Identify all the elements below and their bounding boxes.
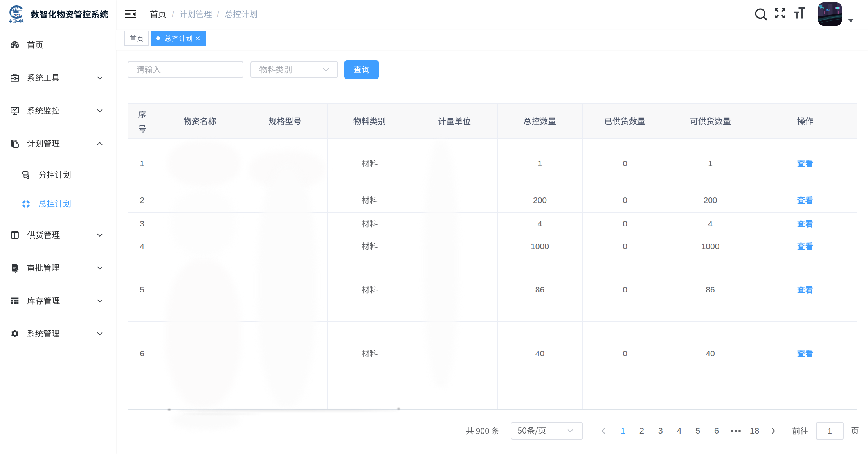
svg-text:21: 21 bbox=[820, 6, 825, 11]
svg-text:CREC: CREC bbox=[11, 13, 22, 17]
svg-text:52: 52 bbox=[826, 8, 831, 12]
